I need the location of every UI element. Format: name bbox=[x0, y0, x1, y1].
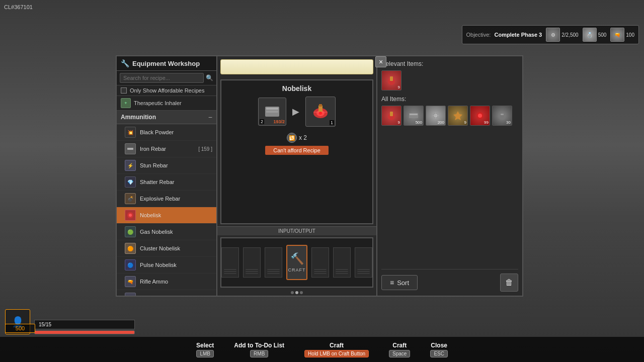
homing-rifle-ammo-icon: 🎯 bbox=[125, 293, 136, 296]
svg-rect-16 bbox=[390, 112, 393, 116]
svg-rect-0 bbox=[127, 148, 133, 150]
health-bar bbox=[34, 330, 135, 334]
recipe-item-stun-rebar[interactable]: ⚡ Stun Rebar bbox=[117, 157, 216, 174]
action-craft-hold: Craft Hold LMB on Craft Button bbox=[304, 342, 369, 357]
explosive-rebar-icon: 💣 bbox=[125, 193, 136, 204]
craft-slot-right-3 bbox=[355, 247, 372, 278]
sort-label: Sort bbox=[397, 279, 409, 287]
ingredient-count: 2 bbox=[260, 119, 264, 124]
relevant-items-title: Relevant Items: bbox=[381, 60, 518, 67]
svg-point-2 bbox=[129, 214, 132, 217]
sort-icon: ≡ bbox=[390, 279, 394, 287]
rifle-ammo-label: Rifle Ammo bbox=[140, 279, 212, 285]
input-output-tab[interactable]: INPUT/OUTPUT bbox=[217, 226, 376, 235]
recipe-item-explosive-rebar[interactable]: 💣 Explosive Rebar bbox=[117, 191, 216, 207]
craft-space-label: Craft bbox=[392, 342, 407, 349]
recipe-item-nobelisk[interactable]: Nobelisk bbox=[117, 207, 216, 224]
recipe-title: Nobelisk bbox=[282, 84, 311, 93]
action-todo: Add to To-Do List RMB bbox=[234, 342, 284, 357]
affordable-label: Only Show Affordable Recipes bbox=[130, 87, 204, 94]
mult-icon: 🔁 bbox=[287, 133, 297, 143]
close-button[interactable]: × bbox=[375, 56, 386, 67]
action-select: Select LMB bbox=[196, 342, 214, 357]
center-panel: Nobelisk 2 193/2 ▶ bbox=[216, 55, 377, 297]
nobelisk-icon bbox=[125, 210, 136, 221]
search-input[interactable] bbox=[120, 73, 204, 83]
recipe-item-rifle-ammo[interactable]: 🔫 Rifle Ammo bbox=[117, 274, 216, 290]
ring-icon: 💍 bbox=[583, 28, 597, 42]
craft-slot-right-2 bbox=[333, 247, 351, 278]
recipe-item-gas-nobelisk[interactable]: 🟢 Gas Nobelisk bbox=[117, 224, 216, 240]
todo-key: RMB bbox=[250, 350, 268, 357]
pulse-nobelisk-label: Pulse Nobelisk bbox=[140, 262, 212, 268]
recipe-item-black-powder[interactable]: 💥 Black Powder bbox=[117, 124, 216, 141]
iron-rebar-label: Iron Rebar bbox=[140, 146, 194, 152]
recipe-list: 💥 Black Powder Iron Rebar [ 159 ] ⚡ Stun… bbox=[117, 124, 216, 296]
health-fill bbox=[35, 331, 134, 334]
affordable-checkbox[interactable] bbox=[121, 87, 127, 94]
craft-hold-label: Craft bbox=[330, 342, 344, 349]
category-name: Ammunition bbox=[121, 114, 156, 121]
action-close: Close ESC bbox=[430, 342, 448, 357]
scroll-dot-3 bbox=[300, 291, 303, 294]
bullet-icon: 🔫 bbox=[610, 28, 624, 42]
right-panel: Relevant Items: 9 All Items: 9 500 bbox=[377, 55, 523, 297]
gear-icon: ⚙ bbox=[546, 28, 560, 42]
delete-button[interactable]: 🗑 bbox=[500, 274, 518, 292]
svg-rect-18 bbox=[410, 114, 418, 115]
stun-rebar-icon: ⚡ bbox=[125, 160, 136, 171]
iron-count: 500 bbox=[416, 120, 422, 125]
explosive-rebar-label: Explosive Rebar bbox=[140, 196, 212, 202]
all-item-explosive[interactable]: 9 bbox=[448, 106, 468, 126]
delete-icon: 🗑 bbox=[505, 278, 513, 287]
sort-button[interactable]: ≡ Sort bbox=[381, 275, 418, 290]
nobelisk-count: 9 bbox=[398, 120, 400, 125]
therapeutic-icon: + bbox=[121, 98, 131, 108]
homing-rifle-ammo-label: Homing Rifle Ammo bbox=[140, 295, 212, 296]
explosive-count: 9 bbox=[464, 120, 466, 125]
output-box: 1 bbox=[305, 97, 336, 127]
screw-count: 200 bbox=[438, 120, 444, 125]
rifle-ammo-icon: 🔫 bbox=[125, 276, 136, 287]
cant-afford-button[interactable]: Can't afford Recipe bbox=[265, 146, 329, 155]
output-count: 1 bbox=[330, 120, 334, 125]
workshop-title: Equipment Workshop bbox=[132, 60, 200, 67]
hud-item-bullet: 🔫 100 bbox=[610, 28, 634, 42]
all-item-nobelisk[interactable]: 9 bbox=[381, 106, 401, 126]
craft-slot-right-1 bbox=[311, 247, 329, 278]
action-bar: Select LMB Add to To-Do List RMB Craft H… bbox=[0, 337, 644, 362]
svg-rect-27 bbox=[501, 114, 504, 115]
svg-rect-4 bbox=[266, 108, 278, 110]
all-item-explosive-2[interactable]: 99 bbox=[470, 106, 490, 126]
hud-item-gear: ⚙ 2/2,500 bbox=[546, 28, 578, 42]
ingredient-box: 2 193/2 bbox=[258, 98, 286, 126]
craft-hammer-button[interactable]: 🔨 CRAFT bbox=[286, 245, 307, 280]
craft-space-key: Space bbox=[389, 350, 410, 357]
recipe-item-iron-rebar[interactable]: Iron Rebar [ 159 ] bbox=[117, 141, 216, 157]
smokeless-count: 30 bbox=[506, 120, 511, 125]
hud-item-ring: 💍 500 bbox=[583, 28, 607, 42]
svg-rect-5 bbox=[266, 111, 278, 113]
search-icon: 🔍 bbox=[206, 74, 213, 81]
scroll-dot-2 bbox=[295, 291, 298, 294]
recipe-item-pulse-nobelisk[interactable]: 🔵 Pulse Nobelisk bbox=[117, 257, 216, 274]
relevant-item-nobelisk[interactable]: 9 bbox=[381, 70, 401, 90]
recipe-item-shatter-rebar[interactable]: 💎 Shatter Rebar bbox=[117, 174, 216, 191]
recipe-main-area: Nobelisk 2 193/2 ▶ bbox=[220, 79, 373, 224]
therapeutic-row[interactable]: + Therapeutic Inhaler bbox=[117, 96, 216, 111]
collapse-icon: − bbox=[208, 113, 212, 121]
recipe-item-homing-rifle-ammo[interactable]: 🎯 Homing Rifle Ammo bbox=[117, 290, 216, 296]
workshop-icon: 🔧 bbox=[121, 59, 129, 67]
craft-slot-left-1 bbox=[221, 247, 239, 278]
craft-slot-left-2 bbox=[243, 247, 261, 278]
all-item-screw[interactable]: 200 bbox=[426, 106, 446, 126]
close-key: ESC bbox=[430, 350, 448, 357]
todo-label: Add to To-Do List bbox=[234, 342, 284, 349]
all-item-smokeless[interactable]: 30 bbox=[492, 106, 512, 126]
all-item-iron[interactable]: 500 bbox=[404, 106, 424, 126]
main-panel-wrapper: 🔧 Equipment Workshop 🔍 Only Show Afforda… bbox=[116, 55, 523, 297]
recipe-item-cluster-nobelisk[interactable]: 🟠 Cluster Nobelisk bbox=[117, 240, 216, 257]
ammunition-category[interactable]: Ammunition − bbox=[117, 111, 216, 124]
hud-objective: Objective: Complete Phase 3 ⚙ 2/2,500 💍 … bbox=[462, 25, 639, 44]
affordable-filter-row[interactable]: Only Show Affordable Recipes bbox=[117, 85, 216, 96]
